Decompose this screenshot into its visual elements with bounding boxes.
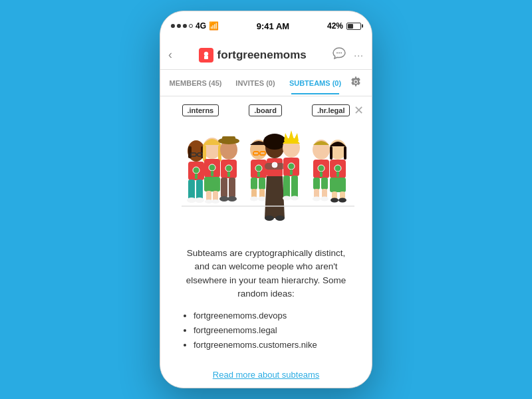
signal-dots [171,24,193,28]
svg-point-58 [275,215,285,221]
read-more-link[interactable]: Read more about subteams [213,370,319,380]
svg-point-53 [263,134,286,150]
svg-point-61 [288,163,295,170]
svg-point-33 [225,165,232,172]
status-left: 4G 📶 [171,21,219,31]
svg-point-65 [283,196,291,201]
svg-point-51 [258,197,266,201]
svg-point-4 [340,53,342,54]
svg-rect-19 [203,145,206,162]
dot-2 [177,24,181,28]
svg-point-69 [318,165,325,172]
svg-rect-25 [206,191,211,201]
example-1: fortgreenemoms.devops [194,309,352,323]
svg-point-0 [204,52,208,56]
svg-point-75 [313,197,321,201]
nav-actions: ··· [332,47,364,63]
tab-subteams[interactable]: SUBTEAMS (0) [285,72,345,94]
dot-4 [189,24,193,28]
svg-point-2 [336,53,338,54]
main-content: ✕ .interns .board .hr.legal [160,96,372,388]
tabs-bar: MEMBERS (45) INVITES (0) SUBTEAMS (0) [160,70,372,96]
svg-rect-70 [320,172,323,177]
svg-rect-71 [313,178,320,190]
svg-rect-14 [188,180,195,200]
keybase-icon [199,48,213,63]
tab-invites[interactable]: INVITES (0) [225,72,285,94]
svg-point-38 [227,196,237,201]
more-icon[interactable]: ··· [354,50,364,61]
illustration-area: .interns .board .hr.legal [160,96,372,236]
svg-rect-72 [321,178,328,190]
example-2: fortgreenemoms.legal [194,323,352,338]
status-bar: 4G 📶 9:41 AM 42% [160,11,372,41]
svg-point-44 [255,165,262,172]
svg-point-12 [193,167,200,174]
svg-point-17 [195,198,204,203]
svg-point-66 [291,196,299,201]
page-title: fortgreenemoms [217,49,307,62]
settings-icon[interactable] [345,71,366,95]
svg-point-50 [250,197,258,201]
wifi-icon: 📶 [209,21,219,31]
tab-members[interactable]: MEMBERS (45) [166,72,225,94]
svg-rect-47 [259,178,265,190]
description-area: Subteams are cryptographically distinct,… [160,236,372,368]
subteam-labels: .interns .board .hr.legal [160,104,372,116]
examples-list: fortgreenemoms.devops fortgreenemoms.leg… [180,309,352,352]
svg-point-76 [321,197,329,201]
svg-point-86 [331,198,338,203]
svg-point-87 [338,198,346,203]
status-right: 42% [327,21,361,31]
battery-fill [348,24,353,29]
network-label: 4G [196,21,206,31]
svg-rect-45 [257,172,260,177]
svg-point-56 [272,162,277,168]
popup-overlay: ✕ .interns .board .hr.legal [160,96,372,388]
svg-rect-79 [344,146,346,160]
phone-frame: 4G 📶 9:41 AM 42% ‹ fortgreenemoms [160,11,372,388]
svg-point-57 [265,215,274,221]
svg-point-3 [338,53,340,54]
svg-rect-78 [330,146,332,160]
close-button[interactable]: ✕ [354,103,364,118]
svg-rect-34 [227,172,230,177]
svg-rect-24 [204,177,220,192]
svg-rect-64 [291,176,298,198]
label-interns: .interns [182,104,219,116]
svg-rect-83 [330,178,346,192]
svg-rect-35 [221,178,227,198]
dot-1 [171,24,175,28]
svg-rect-23 [211,171,213,176]
label-hr-legal: .hr.legal [312,104,350,116]
svg-point-37 [219,196,229,201]
svg-rect-62 [290,170,293,175]
clock: 9:41 AM [257,21,289,31]
people-illustration [160,110,372,236]
label-board: .board [249,104,282,116]
svg-rect-46 [251,178,257,190]
nav-bar: ‹ fortgreenemoms ··· [160,41,372,70]
svg-rect-26 [213,191,218,201]
battery-pct: 42% [327,21,343,31]
svg-rect-1 [204,56,208,59]
description-text: Subteams are cryptographically distinct,… [180,247,352,301]
battery-icon [346,23,361,30]
svg-point-81 [334,165,341,172]
svg-point-22 [209,164,215,171]
example-3: fortgreenemoms.customers.nike [194,338,352,352]
dot-3 [183,24,187,28]
svg-rect-63 [283,176,290,198]
svg-rect-13 [195,174,198,179]
svg-rect-15 [196,180,203,200]
svg-point-28 [211,200,219,203]
back-button[interactable]: ‹ [168,48,172,62]
svg-rect-31 [222,136,235,143]
svg-point-16 [187,198,196,203]
svg-rect-36 [229,178,235,198]
svg-rect-82 [336,172,339,177]
chat-icon[interactable] [332,47,346,63]
read-more-area: Read more about subteams [160,368,372,388]
nav-title: fortgreenemoms [199,48,307,63]
